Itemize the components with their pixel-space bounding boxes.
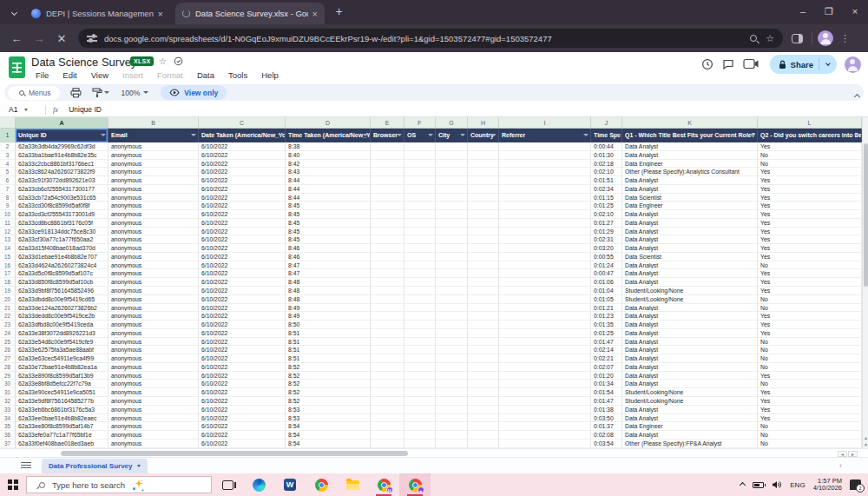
cell[interactable]: [404, 278, 436, 287]
cell[interactable]: Data Analyst: [622, 210, 758, 219]
cell[interactable]: anonymous: [108, 414, 199, 423]
cell[interactable]: 0:01:51: [591, 176, 622, 185]
scroll-right-icon[interactable]: ►: [848, 451, 858, 457]
cell[interactable]: [436, 228, 468, 236]
tab-close-icon[interactable]: ×: [312, 9, 318, 19]
menu-help[interactable]: Help: [255, 69, 285, 82]
cell[interactable]: 6/10/2022: [199, 168, 286, 176]
cell[interactable]: 6/10/2022: [199, 295, 286, 304]
cell[interactable]: 62a33e62575fa3a5ae88aabf: [16, 346, 108, 354]
cell[interactable]: Student/Looking/None: [622, 388, 758, 397]
menu-file[interactable]: File: [30, 69, 55, 82]
cell[interactable]: [404, 422, 436, 431]
cell[interactable]: [404, 235, 436, 244]
cell[interactable]: 8:46: [286, 253, 371, 261]
cell[interactable]: [404, 228, 436, 236]
cell[interactable]: [371, 295, 404, 304]
cell[interactable]: [468, 142, 499, 151]
cell[interactable]: 8:47: [286, 261, 371, 270]
cell[interactable]: [404, 210, 436, 219]
cell[interactable]: [468, 329, 499, 338]
cell[interactable]: [404, 380, 436, 388]
cell[interactable]: 0:03:50: [591, 414, 622, 423]
cell[interactable]: 8:45: [286, 228, 371, 236]
column-letter-B[interactable]: B: [108, 117, 199, 128]
cell[interactable]: anonymous: [108, 329, 199, 338]
cell[interactable]: [371, 321, 404, 329]
row-header[interactable]: 20: [0, 295, 16, 304]
cell[interactable]: [371, 210, 404, 219]
cell[interactable]: [499, 287, 591, 295]
cell[interactable]: 62a33f0ef408bae018ed3aeb: [16, 440, 108, 448]
cell[interactable]: 8:48: [286, 295, 371, 304]
comments-icon[interactable]: [722, 58, 735, 71]
scroll-down-icon[interactable]: ▼: [863, 441, 868, 448]
horizontal-scroll-thumb[interactable]: [61, 451, 408, 456]
cell[interactable]: [404, 202, 436, 210]
filter-dropdown-icon[interactable]: [583, 134, 589, 136]
cell[interactable]: 8:40: [286, 151, 371, 160]
cell[interactable]: anonymous: [108, 338, 199, 347]
formula-input[interactable]: Unique ID: [69, 105, 102, 114]
cell[interactable]: Data Analyst: [622, 278, 758, 287]
cell[interactable]: [404, 329, 436, 338]
column-letter-I[interactable]: I: [499, 117, 591, 128]
cell[interactable]: [404, 406, 436, 414]
cell[interactable]: 8:38: [286, 142, 371, 151]
cell[interactable]: 8:49: [286, 312, 371, 321]
row-header[interactable]: 26: [0, 346, 16, 354]
maximize-button[interactable]: ❐: [816, 0, 842, 23]
row-header[interactable]: 29: [0, 372, 16, 380]
cell[interactable]: [404, 440, 436, 448]
cell[interactable]: [371, 269, 404, 278]
menu-tools[interactable]: Tools: [222, 69, 253, 82]
cell[interactable]: 62a33e72bae91e4b8b82ea1a: [16, 363, 108, 372]
cell[interactable]: 62a33e54d8c00e9f5419cfe9: [16, 338, 108, 347]
cell[interactable]: Yes: [758, 388, 862, 397]
cell[interactable]: [371, 194, 404, 202]
cell[interactable]: 8:45: [286, 235, 371, 244]
cell[interactable]: 6/10/2022: [199, 397, 286, 406]
cell[interactable]: 0:01:24: [591, 261, 622, 270]
side-panel-icon[interactable]: [792, 34, 803, 43]
scroll-left-icon[interactable]: ◄: [838, 451, 847, 457]
cell[interactable]: 0:00:44: [591, 142, 622, 151]
cell[interactable]: [468, 304, 499, 313]
cell[interactable]: 6/10/2022: [199, 363, 286, 372]
cell[interactable]: 0:00:55: [591, 253, 622, 261]
row-header[interactable]: 13: [0, 235, 16, 244]
column-letter-C[interactable]: C: [199, 117, 286, 128]
cell[interactable]: anonymous: [108, 168, 199, 176]
cell[interactable]: [371, 244, 404, 253]
cell[interactable]: [468, 253, 499, 261]
cell[interactable]: [499, 431, 591, 440]
cell[interactable]: [499, 194, 591, 202]
cell[interactable]: [436, 235, 468, 244]
header-cell[interactable]: Email: [108, 129, 199, 142]
new-tab-button[interactable]: +: [332, 5, 346, 20]
cell[interactable]: [499, 142, 591, 151]
cell[interactable]: 8:54: [286, 422, 371, 431]
cell[interactable]: Yes: [758, 244, 862, 253]
cell[interactable]: anonymous: [108, 176, 199, 185]
cell[interactable]: 62a33cd30f8c8599d5af0f8f: [16, 202, 108, 210]
cell[interactable]: 62a33c2cbc8861bf3176bec1: [16, 160, 108, 169]
cell[interactable]: [371, 363, 404, 372]
cell[interactable]: [436, 151, 468, 160]
account-avatar[interactable]: [845, 56, 861, 73]
cell[interactable]: 6/10/2022: [199, 338, 286, 347]
cell[interactable]: 8:52: [286, 380, 371, 388]
cell[interactable]: Yes: [758, 142, 862, 151]
cell[interactable]: anonymous: [108, 440, 199, 448]
cell[interactable]: [468, 269, 499, 278]
cell[interactable]: [404, 168, 436, 176]
cell[interactable]: [499, 346, 591, 354]
cell[interactable]: 62a33d9bf8f7561645852496: [16, 287, 108, 295]
sheet-tab-menu-icon[interactable]: [137, 465, 141, 467]
cell[interactable]: No: [758, 431, 862, 440]
cell[interactable]: [499, 185, 591, 194]
file-explorer-button[interactable]: [337, 473, 368, 496]
edge-button[interactable]: [243, 473, 274, 496]
cell[interactable]: [371, 261, 404, 270]
view-only-button[interactable]: View only: [161, 85, 227, 100]
